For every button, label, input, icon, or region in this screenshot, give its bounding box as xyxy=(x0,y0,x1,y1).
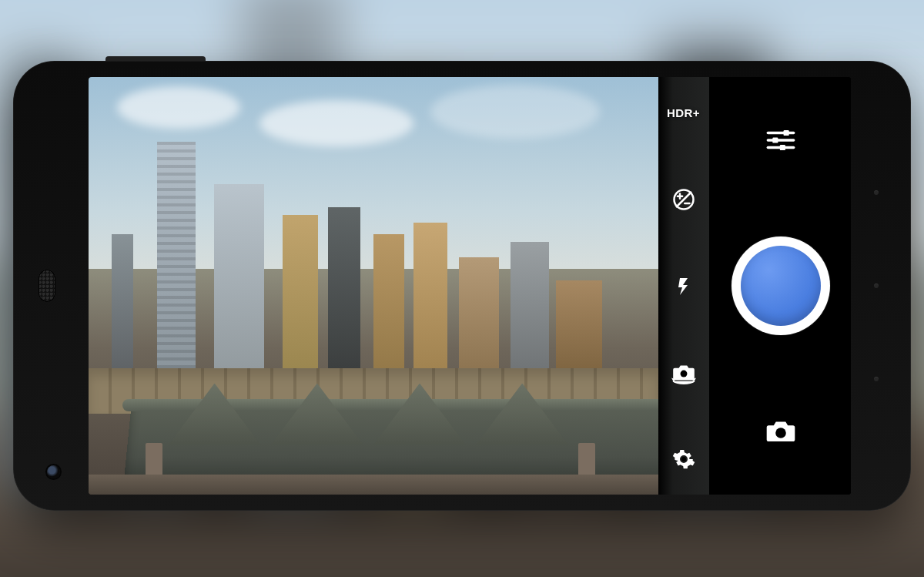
tune-sliders-icon xyxy=(766,128,795,153)
flash-button[interactable] xyxy=(668,270,699,301)
camera-control-bar xyxy=(710,77,851,495)
svg-point-1 xyxy=(680,370,687,377)
phone-screen: HDR+ xyxy=(89,77,851,495)
mode-camera-button[interactable] xyxy=(762,413,799,450)
switch-camera-icon xyxy=(671,361,697,384)
tune-button[interactable] xyxy=(762,122,799,159)
settings-gear-icon xyxy=(672,448,695,471)
hdr-label: HDR+ xyxy=(667,106,700,119)
svg-rect-6 xyxy=(783,130,788,136)
exposure-button[interactable] xyxy=(668,184,699,215)
svg-rect-8 xyxy=(779,145,785,150)
viewfinder-scene xyxy=(89,269,658,495)
nav-recents-dot[interactable] xyxy=(874,377,879,381)
power-button xyxy=(105,56,206,61)
hdr-toggle[interactable]: HDR+ xyxy=(668,97,699,128)
quick-settings-strip: HDR+ xyxy=(658,77,710,495)
camera-viewfinder[interactable] xyxy=(89,77,658,495)
settings-button[interactable] xyxy=(668,444,699,475)
front-camera-lens xyxy=(47,465,60,478)
nav-back-dot[interactable] xyxy=(874,190,879,195)
nav-home-dot[interactable] xyxy=(874,283,879,288)
earpiece-speaker xyxy=(38,270,55,302)
exposure-compensation-icon xyxy=(672,188,695,211)
svg-rect-7 xyxy=(772,137,778,143)
camera-still-icon xyxy=(765,418,797,444)
shutter-inner xyxy=(741,246,821,326)
svg-point-9 xyxy=(775,428,786,438)
phone-frame: HDR+ xyxy=(13,61,911,511)
system-nav-bar xyxy=(865,61,888,511)
shutter-button[interactable] xyxy=(732,237,830,335)
switch-camera-button[interactable] xyxy=(668,357,699,388)
svg-point-2 xyxy=(681,457,686,461)
flash-icon xyxy=(675,274,693,297)
